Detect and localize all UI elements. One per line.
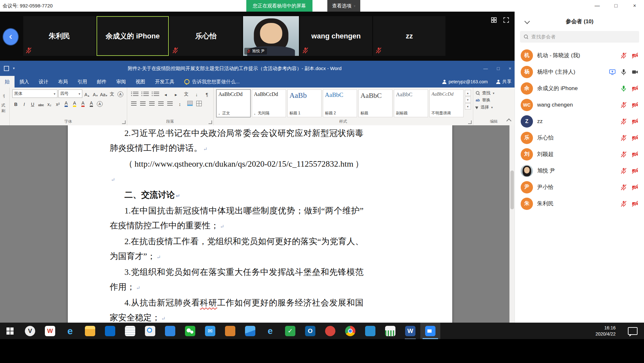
taskbar-icon-checkmark[interactable]: ✓ [280, 323, 300, 339]
phonetic-guide-button[interactable]: 文 [108, 89, 116, 98]
numbering-icon[interactable] [141, 92, 149, 96]
taskbar-icon-app-orange[interactable] [220, 323, 240, 339]
replace-button[interactable]: ab 替换 [476, 97, 512, 104]
close-button[interactable]: × [625, 0, 644, 12]
fullscreen-icon[interactable] [503, 17, 509, 23]
video-tile-active-speaker[interactable]: 余成义的 iPhone [97, 16, 169, 56]
maximize-button[interactable]: □ [607, 0, 625, 12]
select-button[interactable]: 选择 ▾ [476, 104, 512, 111]
gallery-layout-icon[interactable] [491, 17, 497, 23]
mic-icon[interactable] [620, 101, 627, 109]
cut-fragment[interactable]: 刂 [1, 93, 9, 99]
styles-scroll-down[interactable]: ▾ [465, 97, 471, 103]
mic-icon[interactable] [620, 85, 627, 92]
distribute-icon[interactable] [167, 101, 173, 106]
share-button[interactable]: 共享 [496, 79, 511, 85]
font-dialog-launcher[interactable] [122, 120, 126, 124]
style-normal[interactable]: AaBbCcDd 。正文 [216, 89, 250, 117]
style-heading2[interactable]: AaBbC 标题 2 [323, 89, 357, 117]
tab-developer[interactable]: 开发工具 [150, 76, 179, 88]
mic-icon[interactable] [620, 52, 627, 59]
camera-icon[interactable] [631, 118, 639, 125]
save-icon[interactable] [4, 66, 9, 71]
highlight-color-button[interactable]: A [71, 99, 78, 108]
taskbar-icon-ie[interactable]: e [260, 323, 280, 339]
participant-row[interactable]: 旭悦 尹 [515, 162, 644, 179]
mic-icon[interactable] [620, 118, 627, 125]
styles-scroll-up[interactable]: ▴ [465, 90, 471, 96]
change-case-button[interactable]: Aa▾ [100, 89, 107, 98]
taskbar-icon-wechat[interactable] [180, 323, 200, 339]
tab-insert[interactable]: 插入 [15, 76, 34, 88]
style-title[interactable]: AaBbC 标题 [358, 89, 393, 117]
taskbar-clock[interactable]: 16:16 2020/4/22 [596, 323, 616, 339]
taskbar-icon-photos[interactable] [240, 323, 260, 339]
asian-layout-icon[interactable]: 文 [183, 89, 190, 98]
scrollbar-thumb[interactable] [510, 171, 514, 209]
video-tile[interactable]: 乐心怡 [170, 16, 242, 56]
tab-view[interactable]: 视图 [131, 76, 150, 88]
chevron-down-icon[interactable]: ▾ [13, 66, 15, 70]
camera-icon[interactable] [631, 85, 639, 92]
participant-row[interactable]: 余 余成义的 iPhone [515, 80, 644, 97]
show-marks-icon[interactable]: ¶ [203, 89, 211, 98]
align-left-icon[interactable] [131, 101, 137, 106]
shading-icon[interactable] [187, 101, 193, 106]
taskbar-icon-store[interactable] [100, 323, 120, 339]
increase-indent-icon[interactable]: ▸ [172, 89, 180, 98]
back-button[interactable]: ‹ [3, 29, 18, 45]
video-tile-camera-on[interactable]: 旭悦 尹 [243, 16, 299, 56]
justify-icon[interactable] [158, 101, 164, 106]
underline-button[interactable]: U [29, 99, 36, 108]
format-painter-fragment[interactable]: 式刷 [1, 103, 9, 114]
taskbar-icon-voov[interactable]: V [20, 323, 40, 339]
strikethrough-button[interactable]: abc [37, 99, 45, 108]
participant-row[interactable]: 朱 朱利民 [515, 195, 644, 212]
mic-icon[interactable] [620, 151, 627, 158]
camera-icon[interactable] [631, 200, 639, 207]
participant-search-input[interactable]: 查找参会者 [520, 31, 639, 43]
italic-button[interactable]: I [21, 99, 28, 108]
find-button[interactable]: 查找 ▾ [476, 89, 512, 97]
bold-button[interactable]: B [12, 99, 20, 108]
collapse-panel-icon[interactable] [525, 19, 530, 24]
superscript-button[interactable]: x² [54, 99, 62, 108]
text-effects-button[interactable]: A [63, 99, 70, 108]
mic-icon[interactable] [620, 167, 627, 174]
shrink-font-button[interactable]: A▾ [92, 89, 99, 98]
styles-dialog-launcher[interactable] [468, 120, 472, 124]
account-button[interactable]: peterypz@163.com [442, 79, 488, 84]
line-spacing-icon[interactable]: ↕ [176, 99, 184, 108]
camera-icon[interactable] [631, 167, 639, 174]
styles-gallery-more[interactable]: ▾ [465, 103, 471, 109]
sort-icon[interactable]: ↓ [193, 89, 200, 98]
align-center-icon[interactable] [140, 101, 146, 106]
mic-icon[interactable] [620, 68, 627, 76]
participant-row[interactable]: 乐 乐心怡 [515, 130, 644, 146]
tab-layout[interactable]: 布局 [53, 76, 73, 88]
participant-row[interactable]: Z zz [515, 113, 644, 130]
subscript-button[interactable]: x₂ [46, 99, 53, 108]
style-heading1[interactable]: AaBb 标题 1 [287, 89, 322, 117]
taskbar-icon-chrome[interactable] [340, 323, 360, 339]
participant-row[interactable]: 刘 刘颖超 [515, 146, 644, 162]
font-name-combo[interactable]: 黑体 ▾ [12, 89, 57, 98]
action-center-icon[interactable] [628, 327, 638, 335]
camera-icon[interactable] [631, 101, 639, 109]
taskbar-icon-explorer[interactable] [80, 323, 100, 339]
borders-icon[interactable] [196, 101, 202, 106]
taskbar-icon-outlook[interactable]: O [300, 323, 320, 339]
taskbar-icon-meeting[interactable] [420, 323, 440, 339]
camera-icon[interactable] [631, 184, 639, 191]
tell-me-box[interactable]: 告诉我您想要做什么... [184, 76, 240, 88]
participant-row[interactable]: WC wang chengen [515, 97, 644, 113]
taskbar-icon-chart[interactable] [380, 323, 400, 339]
word-close-button[interactable]: × [509, 66, 511, 71]
word-minimize-button[interactable]: — [483, 66, 488, 71]
enclose-characters-button[interactable]: A [96, 99, 104, 108]
participant-row-host[interactable]: 杨 杨培中 (主持人) [515, 64, 644, 80]
character-shading-button[interactable]: A [88, 99, 95, 108]
taskbar-icon-edge[interactable]: e [60, 323, 80, 339]
style-no-spacing[interactable]: AaBbCcDd 。无间隔 [252, 89, 286, 117]
taskbar-icon-app-w[interactable]: W [40, 323, 60, 339]
